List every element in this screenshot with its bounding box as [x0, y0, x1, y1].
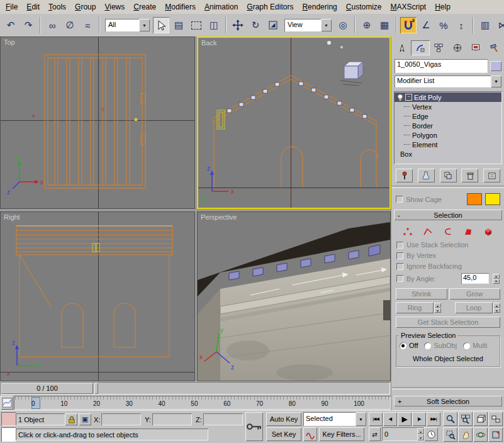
make-unique-button[interactable]: [440, 169, 457, 182]
menu-item[interactable]: Graph Editors: [242, 1, 298, 13]
viewport-right[interactable]: Right: [0, 211, 195, 381]
show-cage-checkbox[interactable]: [396, 196, 403, 203]
key-filters-button[interactable]: Key Filters...: [319, 427, 364, 441]
by-angle-checkbox[interactable]: [396, 275, 403, 282]
angle-snap-icon[interactable]: ∠: [418, 17, 434, 33]
menu-item[interactable]: Tools: [44, 1, 70, 13]
stack-sub-item[interactable]: Border: [395, 121, 501, 130]
redo-icon[interactable]: ↷: [20, 17, 36, 33]
preview-off-radio[interactable]: [400, 342, 406, 349]
go-to-end-button[interactable]: ▶▶|: [427, 412, 440, 426]
tab-create[interactable]: [393, 40, 411, 55]
viewport-label[interactable]: Perspective: [201, 213, 237, 221]
viewport-label[interactable]: Right: [4, 213, 20, 221]
tab-motion[interactable]: [448, 40, 466, 55]
zoom-region-button[interactable]: [443, 427, 457, 442]
play-button[interactable]: ▶: [398, 412, 412, 426]
pan-button[interactable]: [458, 427, 473, 442]
track-bar-ruler[interactable]: 0102030405060708090100: [14, 396, 391, 410]
stack-sub-item[interactable]: Polygon: [395, 130, 501, 140]
bind-spacewarp-icon[interactable]: ≈: [79, 17, 96, 33]
grow-button[interactable]: Grow: [449, 288, 501, 300]
unlink-icon[interactable]: ∅: [62, 17, 78, 33]
previous-frame-button[interactable]: ◀|: [383, 412, 397, 426]
loop-button[interactable]: Loop: [455, 302, 493, 313]
tab-hierarchy[interactable]: [430, 40, 448, 55]
selection-lock-toggle[interactable]: [65, 413, 77, 425]
ring-button[interactable]: Ring: [396, 302, 434, 313]
tab-utilities[interactable]: [485, 40, 503, 55]
menu-item[interactable]: Rendering: [298, 1, 341, 13]
stack-item-edit-poly[interactable]: Edit Poly: [395, 93, 501, 102]
time-slider-button[interactable]: 0 / 100: [1, 383, 93, 394]
menu-item[interactable]: Group: [70, 1, 100, 13]
go-to-start-button[interactable]: |◀◀: [369, 412, 383, 426]
use-center-icon[interactable]: ◎: [335, 17, 351, 33]
shrink-button[interactable]: Shrink: [396, 288, 447, 300]
select-move-icon[interactable]: [230, 17, 246, 33]
next-frame-button[interactable]: |▶: [412, 412, 426, 426]
select-manipulate-icon[interactable]: ⊕: [359, 17, 375, 33]
object-color-swatch[interactable]: [490, 61, 501, 71]
percent-snap-icon[interactable]: %: [435, 17, 452, 33]
zoom-extents-button[interactable]: [473, 412, 488, 426]
mirror-icon[interactable]: ⋈: [495, 17, 504, 33]
preview-multi-radio[interactable]: [463, 342, 470, 349]
menu-item[interactable]: Customize: [342, 1, 386, 13]
polygon-subobject-icon[interactable]: [462, 227, 474, 237]
set-key-button[interactable]: Set Key: [266, 427, 301, 441]
use-stack-selection-checkbox[interactable]: [396, 242, 403, 249]
cage-color-swatch[interactable]: [467, 193, 482, 205]
default-tangent-button[interactable]: [303, 427, 317, 441]
zoom-button[interactable]: [443, 412, 457, 426]
vertex-subobject-icon[interactable]: [401, 227, 414, 237]
get-stack-selection-button[interactable]: Get Stack Selection: [396, 317, 500, 328]
viewport-label[interactable]: Top: [4, 38, 15, 46]
tab-modify[interactable]: [411, 40, 429, 55]
selection-rollout-header[interactable]: - Selection: [394, 210, 502, 220]
min-max-toggle-button[interactable]: [488, 427, 503, 442]
absolute-offset-toggle[interactable]: ▣: [79, 413, 91, 425]
stack-sub-item[interactable]: Vertex: [395, 102, 501, 111]
key-mode-toggle[interactable]: ⇄: [369, 427, 381, 441]
menu-item[interactable]: Modifiers: [160, 1, 200, 13]
zoom-extents-all-button[interactable]: [488, 412, 503, 426]
x-coordinate-field[interactable]: [101, 413, 141, 425]
radio-label[interactable]: Off: [409, 342, 418, 349]
snap-toggle-icon[interactable]: 3: [400, 17, 417, 33]
menu-item[interactable]: Views: [100, 1, 129, 13]
ignore-backfacing-checkbox[interactable]: [396, 263, 403, 270]
pin-stack-button[interactable]: [396, 169, 413, 182]
select-scale-icon[interactable]: [265, 17, 281, 33]
undo-icon[interactable]: ↶: [3, 17, 19, 33]
viewport-back[interactable]: Back: [197, 36, 391, 209]
chevron-down-icon[interactable]: ▼: [491, 76, 501, 87]
menu-item[interactable]: File: [1, 1, 22, 13]
element-subobject-icon[interactable]: [482, 227, 495, 237]
show-end-result-button[interactable]: [418, 169, 435, 182]
radio-label[interactable]: Multi: [473, 342, 487, 349]
viewport-top[interactable]: Top x y: [0, 36, 195, 209]
viewport-perspective[interactable]: Perspective: [197, 211, 391, 381]
object-name-field[interactable]: 1_0050_Vigas: [395, 59, 488, 73]
menu-item[interactable]: Help: [430, 1, 455, 13]
modifier-list-dropdown[interactable]: Modifier List ▼: [395, 76, 501, 87]
viewport-label[interactable]: Back: [201, 39, 216, 47]
stack-item-box[interactable]: Box: [395, 149, 501, 159]
time-configuration-button[interactable]: [424, 427, 438, 441]
set-keys-button[interactable]: [245, 412, 263, 441]
time-type-dropdown[interactable]: Selected ▼: [303, 412, 366, 426]
menu-item[interactable]: Create: [129, 1, 160, 13]
menu-item[interactable]: MAXScript: [386, 1, 431, 13]
frame-spinner[interactable]: [417, 428, 424, 440]
by-angle-value-field[interactable]: 45,0: [461, 273, 489, 284]
named-selection-sets-icon[interactable]: ▥: [477, 17, 493, 33]
y-coordinate-field[interactable]: [152, 413, 192, 425]
chevron-down-icon[interactable]: ▼: [356, 412, 366, 426]
keyboard-override-icon[interactable]: ▦: [376, 17, 393, 33]
edge-subobject-icon[interactable]: [422, 227, 434, 237]
auto-key-button[interactable]: Auto Key: [266, 412, 301, 426]
spinner-snap-icon[interactable]: ↕: [453, 17, 469, 33]
preview-subobj-radio[interactable]: [424, 342, 431, 349]
cage-selected-color-swatch[interactable]: [485, 193, 500, 205]
